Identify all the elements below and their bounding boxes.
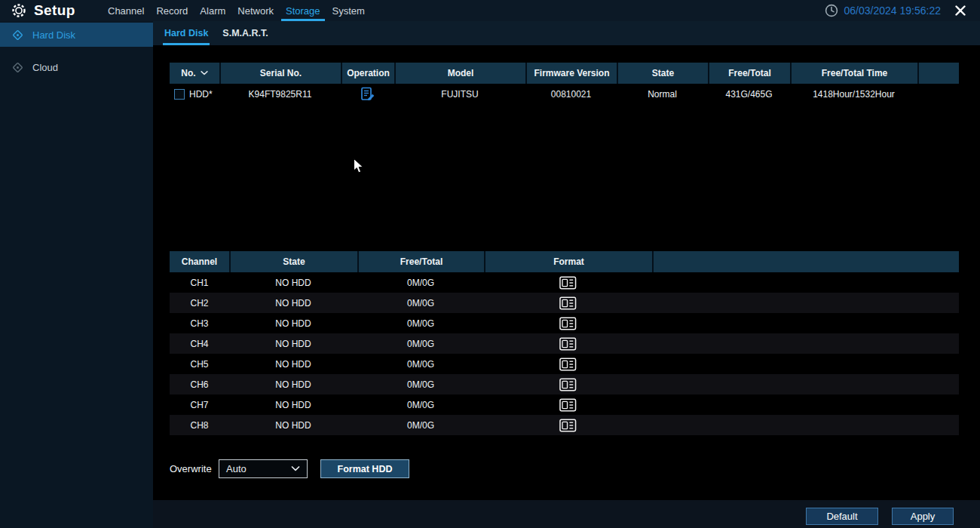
hdd-table: No. Serial No. Operation Model Firmware … bbox=[170, 63, 959, 105]
tab[interactable]: S.M.A.R.T. bbox=[221, 21, 269, 45]
page-title: Setup bbox=[34, 2, 75, 19]
sidebar-item-label: Cloud bbox=[32, 62, 58, 73]
tab-bar: Hard Disk S.M.A.R.T. bbox=[153, 21, 980, 45]
channel-format-cell bbox=[484, 415, 652, 435]
system-datetime: 06/03/2024 19:56:22 bbox=[844, 5, 941, 17]
channel-cell: CH1 bbox=[170, 272, 229, 293]
hdd-row: HDD* K94FT9825R11 FUJITSU bbox=[170, 84, 959, 105]
channel-state-cell: NO HDD bbox=[229, 394, 357, 415]
hdd-table-header: No. Serial No. Operation Model Firmware … bbox=[170, 63, 959, 84]
diamond-pin-icon bbox=[12, 62, 23, 73]
overwrite-select[interactable]: Auto bbox=[219, 459, 308, 478]
channel-table: Channel State Free/Total Format CH1 NO H… bbox=[170, 251, 959, 435]
title-bar: Setup Channel Record Alarm Network Stora… bbox=[0, 0, 980, 21]
menu-item-label: System bbox=[332, 5, 365, 17]
channel-blank-cell bbox=[652, 293, 959, 313]
menu-item-label: Channel bbox=[108, 5, 144, 17]
format-disk-icon[interactable] bbox=[559, 296, 577, 310]
chevron-down-icon bbox=[201, 71, 208, 75]
format-disk-icon[interactable] bbox=[559, 317, 577, 330]
menu-item-label: Record bbox=[156, 5, 188, 17]
channel-format-cell bbox=[484, 354, 652, 374]
channel-blank-cell bbox=[652, 354, 959, 374]
hdd-no-label: HDD* bbox=[189, 89, 213, 100]
column-header-ch-free-total: Free/Total bbox=[357, 251, 484, 272]
channel-blank-cell bbox=[652, 313, 959, 333]
column-header-format: Format bbox=[484, 251, 652, 272]
channel-free-total-cell: 0M/0G bbox=[357, 313, 484, 333]
sidebar-item[interactable]: Cloud bbox=[0, 55, 153, 79]
menu-item-label: Storage bbox=[286, 5, 320, 17]
hdd-blank-cell bbox=[917, 84, 959, 105]
channel-state-cell: NO HDD bbox=[229, 333, 357, 354]
overwrite-label: Overwrite bbox=[170, 463, 219, 474]
table-row: CH3 NO HDD 0M/0G bbox=[170, 313, 959, 333]
channel-state-cell: NO HDD bbox=[229, 293, 357, 313]
menu-item-label: Alarm bbox=[200, 5, 225, 17]
tab[interactable]: Hard Disk bbox=[163, 21, 210, 45]
close-icon[interactable] bbox=[954, 5, 966, 17]
channel-cell: CH2 bbox=[170, 293, 229, 313]
hdd-table-body: HDD* K94FT9825R11 FUJITSU bbox=[170, 84, 959, 105]
table-row: CH8 NO HDD 0M/0G bbox=[170, 415, 959, 435]
clock-icon bbox=[825, 4, 838, 17]
overwrite-controls: Overwrite Auto Format HDD bbox=[170, 459, 409, 478]
format-disk-icon[interactable] bbox=[559, 378, 577, 391]
titlebar-right: 06/03/2024 19:56:22 bbox=[825, 4, 980, 17]
menu-item[interactable]: Network bbox=[231, 0, 280, 21]
format-disk-icon[interactable] bbox=[559, 358, 577, 371]
channel-state-cell: NO HDD bbox=[229, 354, 357, 374]
diamond-pin-icon bbox=[12, 29, 23, 41]
channel-cell: CH4 bbox=[170, 333, 229, 354]
default-button[interactable]: Default bbox=[806, 508, 878, 525]
sidebar-item[interactable]: Hard Disk bbox=[0, 23, 153, 47]
format-disk-icon[interactable] bbox=[559, 276, 577, 290]
table-row: CH5 NO HDD 0M/0G bbox=[170, 354, 959, 374]
column-header-firmware: Firmware Version bbox=[525, 63, 617, 84]
channel-free-total-cell: 0M/0G bbox=[357, 272, 484, 293]
column-header-model: Model bbox=[394, 63, 525, 84]
channel-format-cell bbox=[484, 313, 652, 333]
format-disk-icon[interactable] bbox=[559, 337, 577, 351]
channel-format-cell bbox=[484, 333, 652, 354]
column-header-free-total-time: Free/Total Time bbox=[790, 63, 917, 84]
sidebar-item-label: Hard Disk bbox=[32, 29, 75, 41]
channel-blank-cell bbox=[652, 394, 959, 415]
menu-item[interactable]: System bbox=[326, 0, 371, 21]
hdd-operation-cell bbox=[341, 84, 394, 105]
format-hdd-button[interactable]: Format HDD bbox=[320, 459, 409, 478]
channel-free-total-cell: 0M/0G bbox=[357, 293, 484, 313]
hdd-checkbox[interactable] bbox=[174, 89, 185, 100]
column-header-ch-state: State bbox=[229, 251, 357, 272]
channel-blank-cell bbox=[652, 374, 959, 394]
chevron-down-icon bbox=[291, 466, 300, 471]
menu-item[interactable]: Channel bbox=[102, 0, 150, 21]
column-header-operation: Operation bbox=[341, 63, 394, 84]
column-header-serial: Serial No. bbox=[219, 63, 341, 84]
format-disk-icon[interactable] bbox=[559, 419, 577, 432]
table-row: CH2 NO HDD 0M/0G bbox=[170, 293, 959, 313]
channel-free-total-cell: 0M/0G bbox=[357, 354, 484, 374]
column-header-no[interactable]: No. bbox=[170, 63, 219, 84]
tab-label: S.M.A.R.T. bbox=[222, 28, 268, 38]
channel-free-total-cell: 0M/0G bbox=[357, 333, 484, 354]
hdd-no-cell: HDD* bbox=[170, 84, 219, 105]
sidebar: Hard Disk Cloud bbox=[0, 21, 153, 528]
format-disk-icon[interactable] bbox=[559, 398, 577, 412]
channel-cell: CH5 bbox=[170, 354, 229, 374]
table-row: CH1 NO HDD 0M/0G bbox=[170, 272, 959, 293]
channel-free-total-cell: 0M/0G bbox=[357, 374, 484, 394]
apply-button[interactable]: Apply bbox=[892, 508, 954, 525]
menu-item[interactable]: Alarm bbox=[194, 0, 231, 21]
channel-blank-cell bbox=[652, 333, 959, 354]
column-header-free-total: Free/Total bbox=[708, 63, 790, 84]
channel-free-total-cell: 0M/0G bbox=[357, 394, 484, 415]
column-header-channel: Channel bbox=[170, 251, 229, 272]
hdd-state: Normal bbox=[617, 84, 708, 105]
edit-hdd-icon[interactable] bbox=[360, 87, 375, 102]
channel-state-cell: NO HDD bbox=[229, 313, 357, 333]
menu-item[interactable]: Storage bbox=[280, 0, 326, 21]
menu-item[interactable]: Record bbox=[150, 0, 194, 21]
channel-table-header: Channel State Free/Total Format bbox=[170, 251, 959, 272]
app-brand: Setup bbox=[0, 0, 102, 21]
